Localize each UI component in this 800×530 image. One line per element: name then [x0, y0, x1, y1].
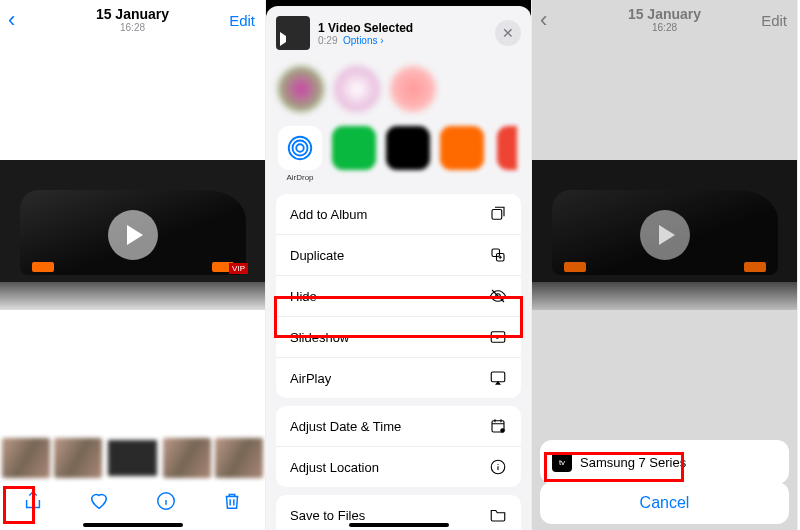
calendar-icon	[489, 417, 507, 435]
airdrop-icon	[285, 133, 315, 163]
action-add-to-album[interactable]: Add to Album	[276, 194, 521, 235]
svg-point-1	[296, 144, 304, 152]
back-chevron-icon[interactable]: ‹	[8, 7, 15, 33]
screen-device-picker: ‹ 15 January 16:28 Edit tv Samsung 7 Ser…	[532, 0, 798, 530]
info-circle-icon	[489, 458, 507, 476]
action-duplicate[interactable]: Duplicate	[276, 235, 521, 276]
nav-time: 16:28	[0, 22, 265, 34]
heart-icon[interactable]	[88, 490, 110, 512]
thumbnail-strip[interactable]	[0, 438, 265, 478]
airdrop-label: AirDrop	[286, 173, 313, 182]
thumb-item[interactable]	[54, 438, 102, 478]
share-options-link[interactable]: Options ›	[343, 35, 384, 46]
duplicate-icon	[489, 246, 507, 264]
thumb-item-current[interactable]	[106, 438, 158, 478]
folder-icon	[489, 506, 507, 524]
action-adjust-date[interactable]: Adjust Date & Time	[276, 406, 521, 447]
nav-date: 15 January	[0, 6, 265, 23]
screen-photo-viewer: ‹ 15 January 16:28 Edit VIP	[0, 0, 266, 530]
thumb-item[interactable]	[215, 438, 263, 478]
share-sheet-header: 1 Video Selected 0:29 Options › ✕	[266, 6, 531, 60]
svg-point-2	[293, 141, 308, 156]
play-icon[interactable]	[108, 210, 158, 260]
airplay-icon	[489, 369, 507, 387]
svg-point-11	[500, 428, 505, 433]
svg-rect-4	[492, 210, 502, 220]
share-app-blurred[interactable]	[332, 126, 376, 170]
action-adjust-location[interactable]: Adjust Location	[276, 447, 521, 487]
contacts-row[interactable]	[266, 60, 531, 122]
share-selection-title: 1 Video Selected	[318, 21, 487, 35]
close-icon[interactable]: ✕	[495, 20, 521, 46]
album-icon	[489, 205, 507, 223]
share-duration: 0:29	[318, 35, 337, 46]
contact-avatar[interactable]	[278, 66, 324, 112]
thumb-item[interactable]	[163, 438, 211, 478]
share-sheet-panel: 1 Video Selected 0:29 Options › ✕ AirDro…	[266, 6, 531, 530]
share-app-airdrop[interactable]: AirDrop	[278, 126, 322, 182]
bottom-toolbar	[0, 486, 265, 516]
edit-button[interactable]: Edit	[229, 12, 255, 29]
share-app-blurred[interactable]	[386, 126, 430, 170]
contact-avatar[interactable]	[390, 66, 436, 112]
home-indicator	[349, 523, 449, 527]
svg-rect-9	[491, 372, 505, 382]
navigation-bar: ‹ 15 January 16:28 Edit	[0, 0, 265, 40]
share-app-blurred[interactable]	[494, 126, 519, 170]
share-thumb-icon	[276, 16, 310, 50]
share-app-blurred[interactable]	[440, 126, 484, 170]
vip-tag-text: VIP	[229, 263, 248, 274]
home-indicator	[83, 523, 183, 527]
action-list-group-2: Adjust Date & Time Adjust Location	[276, 406, 521, 487]
share-apps-row[interactable]: AirDrop	[266, 122, 531, 194]
screen-share-sheet: 1 Video Selected 0:29 Options › ✕ AirDro…	[266, 0, 532, 530]
video-preview[interactable]: VIP	[0, 160, 266, 310]
annotation-highlight-airplay	[274, 296, 523, 338]
svg-rect-5	[492, 249, 500, 257]
annotation-highlight-share	[3, 486, 35, 524]
trash-icon[interactable]	[221, 490, 243, 512]
cancel-button[interactable]: Cancel	[540, 482, 789, 524]
action-airplay[interactable]: AirPlay	[276, 358, 521, 398]
annotation-highlight-device	[544, 452, 684, 482]
contact-avatar[interactable]	[334, 66, 380, 112]
info-icon[interactable]	[155, 490, 177, 512]
thumb-item[interactable]	[2, 438, 50, 478]
